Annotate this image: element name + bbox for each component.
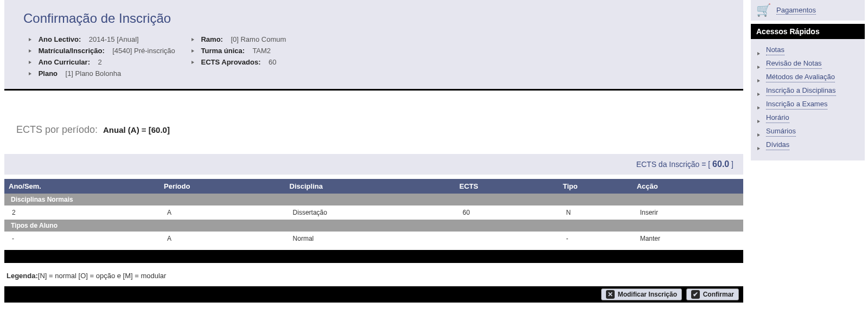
acessos-rapidos-list: Notas Revisão de Notas Métodos de Avalia… — [751, 39, 865, 160]
ects-por-periodo: ECTS por período: Anual (A) = [60.0] — [0, 91, 748, 141]
check-icon: ✔ — [691, 290, 700, 299]
info-value: 2014-15 [Anual] — [89, 35, 139, 43]
group-disciplinas-normais: Disciplinas Normais — [4, 194, 743, 205]
group-tipos-de-aluno: Tipos de Aluno — [4, 220, 743, 232]
acessos-rapidos-header: Acessos Rápidos — [751, 24, 865, 39]
cell-accao: Manter — [633, 232, 743, 246]
cell-disciplina: Normal — [285, 232, 455, 246]
ects-bar-close: ] — [731, 160, 733, 169]
arrow-icon — [757, 75, 763, 85]
info-value: [0] Ramo Comum — [231, 35, 286, 43]
sidebar-pagamentos-block: 🛒 Pagamentos — [751, 0, 865, 21]
info-ects-aprovados: ECTS Aprovados: 60 — [192, 56, 286, 68]
arrow-icon — [757, 48, 763, 58]
cell-ano-sem: 2 — [4, 205, 159, 220]
page-title: Confirmação de Inscrição — [18, 11, 730, 26]
info-value: TAM2 — [252, 47, 271, 55]
ects-bar-label: ECTS da Inscrição = [ — [636, 160, 711, 169]
cell-periodo: A — [159, 205, 285, 220]
button-label: Confirmar — [703, 291, 734, 298]
link-notas[interactable]: Notas — [766, 44, 784, 55]
ects-da-inscricao-bar: ECTS da Inscrição = [ 60.0 ] — [4, 154, 743, 175]
col-ano-sem: Ano/Sem. — [4, 179, 159, 194]
info-value: [1] Plano Bolonha — [66, 69, 122, 78]
info-matricula: Matrícula/Inscrição: [4540] Pré-inscriçã… — [29, 45, 175, 56]
inscricao-table: Ano/Sem. Período Disciplina ECTS Tipo Ac… — [4, 179, 743, 246]
col-tipo: Tipo — [558, 179, 632, 194]
info-value: 2 — [98, 58, 101, 66]
col-disciplina: Disciplina — [285, 179, 455, 194]
info-label: Turma única: — [201, 47, 245, 55]
table-header-row: Ano/Sem. Período Disciplina ECTS Tipo Ac… — [4, 179, 743, 194]
info-value: 60 — [269, 58, 276, 66]
cell-tipo: N — [558, 205, 632, 220]
info-label: Ramo: — [201, 35, 222, 43]
link-sumarios[interactable]: Sumários — [766, 126, 796, 137]
info-label: Matrícula/Inscrição: — [39, 47, 105, 55]
arrow-icon — [757, 88, 763, 99]
button-label: Modificar Inscrição — [618, 291, 677, 298]
legend-label: Legenda: — [7, 272, 38, 280]
close-icon: ✕ — [606, 290, 615, 299]
header-panel: Confirmação de Inscrição Ano Lectivo: 20… — [4, 0, 743, 91]
link-revisao-de-notas[interactable]: Revisão de Notas — [766, 58, 822, 69]
link-dividas[interactable]: Dívidas — [766, 139, 789, 150]
link-horario[interactable]: Horário — [766, 112, 789, 123]
confirmar-button[interactable]: ✔ Confirmar — [686, 288, 739, 300]
link-inscricao-a-disciplinas[interactable]: Inscrição a Disciplinas — [766, 85, 836, 96]
col-ects: ECTS — [455, 179, 559, 194]
legend: Legenda:[N] = normal [O] = opção e [M] =… — [4, 267, 743, 284]
info-ano-lectivo: Ano Lectivo: 2014-15 [Anual] — [29, 34, 175, 45]
col-periodo: Período — [159, 179, 285, 194]
group-label: Tipos de Aluno — [4, 220, 743, 232]
info-ramo: Ramo: [0] Ramo Comum — [192, 34, 286, 45]
separator-strip — [4, 250, 743, 263]
cell-tipo: - — [558, 232, 632, 246]
info-label: Ano Lectivo: — [39, 35, 81, 43]
action-bar: ✕ Modificar Inscrição ✔ Confirmar — [4, 286, 743, 303]
info-turma: Turma única: TAM2 — [192, 45, 286, 56]
arrow-icon — [757, 102, 763, 112]
arrow-icon — [757, 61, 763, 72]
group-label: Disciplinas Normais — [4, 194, 743, 205]
cell-ects: 60 — [455, 205, 559, 220]
cell-periodo: A — [159, 232, 285, 246]
ects-period-label: ECTS por período: — [16, 124, 98, 135]
sidebar: 🛒 Pagamentos Acessos Rápidos Notas Revis… — [748, 0, 868, 303]
arrow-icon — [757, 115, 763, 126]
ects-bar-value: 60.0 — [712, 159, 729, 169]
table-row: 2 A Dissertação 60 N Inserir — [4, 205, 743, 220]
link-inscricao-a-exames[interactable]: Inscrição a Exames — [766, 99, 827, 110]
main-content: Confirmação de Inscrição Ano Lectivo: 20… — [0, 0, 748, 303]
info-label: Plano — [39, 69, 58, 78]
cell-ano-sem: - — [4, 232, 159, 246]
arrow-icon — [757, 143, 763, 153]
cell-accao: Inserir — [633, 205, 743, 220]
cell-disciplina: Dissertação — [285, 205, 455, 220]
link-metodos-de-avaliacao[interactable]: Métodos de Avaliação — [766, 72, 835, 82]
info-value: [4540] Pré-inscrição — [112, 47, 175, 55]
legend-text: [N] = normal [O] = opção e [M] = modular — [38, 272, 167, 280]
link-pagamentos[interactable]: Pagamentos — [776, 6, 816, 15]
info-ano-curricular: Ano Curricular: 2 — [29, 56, 175, 68]
info-plano: Plano [1] Plano Bolonha — [29, 68, 175, 79]
modificar-inscricao-button[interactable]: ✕ Modificar Inscrição — [601, 288, 682, 300]
cell-ects — [455, 232, 559, 246]
col-accao: Acção — [633, 179, 743, 194]
info-label: Ano Curricular: — [39, 58, 90, 66]
info-label: ECTS Aprovados: — [201, 58, 260, 66]
table-row: - A Normal - Manter — [4, 232, 743, 246]
cart-icon: 🛒 — [756, 3, 771, 17]
arrow-icon — [757, 129, 763, 139]
ects-period-value: Anual (A) = [60.0] — [103, 125, 170, 134]
